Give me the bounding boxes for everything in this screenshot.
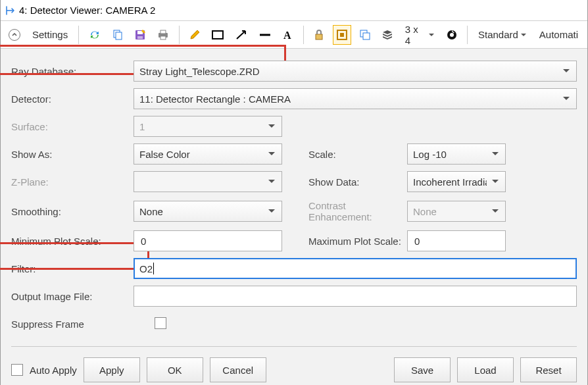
row-suppress-frame: Suppress Frame (11, 311, 577, 337)
svg-rect-1 (116, 32, 122, 39)
windows-icon (359, 29, 371, 41)
filter-label: Filter: (11, 259, 134, 278)
window-title: 4: Detector Viewer: CAMERA 2 (19, 5, 155, 16)
scale-value: Log -10 (413, 149, 447, 160)
grid-dropdown[interactable]: 3 x 4 (401, 25, 438, 45)
show-data-value: Incoherent Irradian (413, 176, 487, 188)
save-settings-button[interactable]: Save (394, 357, 451, 382)
toolbar-divider (467, 26, 468, 44)
smoothing-value: None (139, 206, 163, 217)
show-data-select[interactable]: Incoherent Irradian (407, 171, 506, 192)
filter-input[interactable]: O2 (134, 258, 577, 279)
detector-select[interactable]: 11: Detector Rectangle : CAMERA (134, 88, 577, 109)
save-button[interactable] (132, 25, 149, 45)
row-output-file: Output Image File: (11, 283, 577, 309)
copy-button[interactable] (109, 25, 126, 45)
button-row: Auto Apply Apply OK Cancel Save Load Res… (11, 346, 577, 382)
ok-button[interactable]: OK (147, 357, 203, 382)
suppress-frame-checkbox[interactable] (155, 317, 166, 329)
max-plot-label: Maximum Plot Scale: (282, 232, 407, 251)
contrast-select: None (407, 201, 506, 222)
zoom-fit-icon (336, 29, 348, 41)
max-plot-value[interactable] (413, 235, 500, 247)
expand-settings-button[interactable] (6, 25, 23, 45)
reset-button[interactable]: Reset (520, 357, 577, 382)
svg-text:A: A (283, 30, 291, 41)
standard-dropdown[interactable]: Standard (474, 25, 530, 45)
toolbar: Settings A (1, 21, 587, 49)
titlebar: 4: Detector Viewer: CAMERA 2 (1, 0, 587, 21)
show-as-value: False Color (139, 149, 190, 160)
zplane-select (134, 171, 282, 192)
output-file-label: Output Image File: (11, 287, 134, 306)
show-as-label: Show As: (11, 145, 134, 164)
arrow-icon (235, 29, 248, 41)
lock-button[interactable] (310, 25, 328, 45)
arrow-button[interactable] (232, 25, 251, 45)
line-button[interactable] (256, 25, 274, 45)
surface-label: Surface: (11, 117, 134, 136)
pencil-button[interactable] (186, 25, 203, 45)
row-surface: Surface: 1 (11, 113, 577, 140)
load-button[interactable]: Load (457, 357, 514, 382)
row-showas-scale: Show As: False Color Scale: Log -10 (11, 141, 577, 167)
contrast-value: None (413, 206, 437, 217)
toolbar-divider (303, 26, 304, 44)
cancel-button[interactable]: Cancel (210, 357, 266, 382)
ray-database-label: Ray Database: (11, 62, 134, 81)
pencil-icon (189, 29, 201, 41)
row-min-max-plot: Minimum Plot Scale: Maximum Plot Scale: (11, 228, 577, 254)
refresh-icon (88, 28, 101, 41)
automatic-dropdown[interactable]: Automati (535, 25, 582, 45)
zplane-label: Z-Plane: (11, 172, 134, 192)
settings-label[interactable]: Settings (28, 25, 72, 45)
text-cursor (153, 263, 154, 274)
svg-rect-7 (160, 36, 166, 39)
windows-button[interactable] (356, 25, 374, 45)
chevron-up-icon (9, 29, 20, 41)
text-icon: A (282, 29, 294, 41)
toolbar-divider (78, 26, 79, 44)
ray-database-select[interactable]: Stray Light_Telescope.ZRD (134, 61, 577, 82)
lock-icon (314, 29, 324, 41)
svg-rect-8 (212, 31, 223, 39)
print-icon (157, 29, 170, 41)
zoom-fit-button[interactable] (333, 25, 351, 45)
text-button[interactable]: A (280, 25, 297, 45)
svg-rect-6 (160, 30, 166, 34)
suppress-frame-label: Suppress Frame (11, 315, 134, 334)
min-plot-label: Minimum Plot Scale: (11, 232, 134, 251)
show-as-select[interactable]: False Color (134, 143, 282, 165)
max-plot-input[interactable] (407, 230, 506, 251)
target-button[interactable] (443, 25, 460, 45)
surface-select: 1 (134, 116, 282, 137)
row-zplane-showdata: Z-Plane: Show Data: Incoherent Irradian (11, 168, 577, 195)
scale-label: Scale: (282, 145, 407, 164)
row-detector: Detector: 11: Detector Rectangle : CAMER… (11, 86, 577, 112)
svg-rect-10 (316, 34, 322, 39)
line-icon (258, 29, 272, 41)
rectangle-icon (211, 29, 224, 41)
save-icon (134, 29, 146, 41)
svg-rect-14 (363, 33, 370, 39)
refresh-button[interactable] (86, 25, 104, 45)
print-button[interactable] (154, 25, 172, 45)
smoothing-select[interactable]: None (134, 201, 282, 222)
target-icon (446, 29, 458, 41)
scale-select[interactable]: Log -10 (407, 143, 506, 165)
min-plot-input[interactable] (134, 230, 282, 251)
svg-rect-12 (340, 33, 344, 37)
rectangle-button[interactable] (208, 25, 227, 45)
toolbar-divider (179, 26, 180, 44)
copy-icon (112, 29, 124, 41)
layers-button[interactable] (379, 25, 396, 45)
surface-value: 1 (139, 121, 145, 132)
apply-button[interactable]: Apply (84, 357, 140, 382)
app-icon (5, 5, 15, 16)
output-file-input[interactable] (134, 286, 577, 307)
output-file-value[interactable] (139, 290, 571, 303)
min-plot-value[interactable] (139, 235, 276, 247)
contrast-label: Contrast Enhancement: (282, 196, 407, 226)
auto-apply-checkbox[interactable] (11, 364, 23, 376)
svg-rect-4 (137, 36, 143, 39)
